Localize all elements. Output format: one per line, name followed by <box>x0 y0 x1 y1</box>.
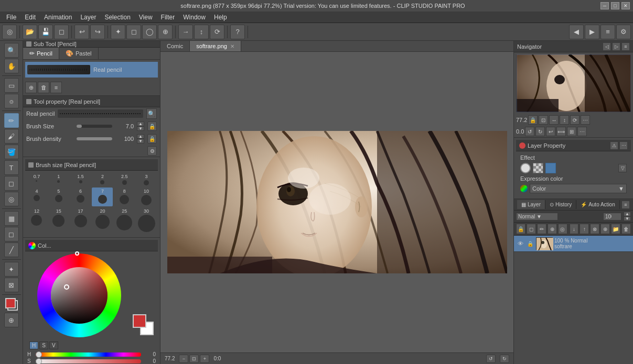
brush-size-0.7[interactable]: 0.7 <box>26 173 47 186</box>
toolbar-sym[interactable]: ◯ <box>142 25 157 39</box>
brush-size-10[interactable]: 10 <box>136 187 157 206</box>
zoom-out-btn[interactable]: − <box>179 355 188 363</box>
brush-size-12[interactable]: 12 <box>26 207 47 233</box>
menu-filter[interactable]: Filter <box>157 13 179 22</box>
brush-item-real-pencil[interactable]: Real pencil <box>25 62 158 78</box>
tool-line[interactable]: ╱ <box>4 242 19 257</box>
tool-lasso[interactable]: ⌾ <box>4 94 19 108</box>
toolbar-next-panel[interactable]: ▶ <box>585 25 599 39</box>
brush-density-up[interactable]: ▲ <box>137 134 144 139</box>
expression-color-dropdown[interactable]: Color ▼ <box>530 184 627 193</box>
sat-slider[interactable] <box>36 359 141 363</box>
layer-lock-all[interactable]: 🔒 <box>516 224 525 234</box>
toolbar-export[interactable]: ◻ <box>54 25 69 39</box>
nav-icon-2[interactable]: ▷ <box>612 42 620 51</box>
menu-animation[interactable]: Animation <box>40 13 76 22</box>
blend-mode-select[interactable]: Normal ▼ <box>516 213 558 220</box>
toolbar-transform[interactable]: ⊕ <box>158 25 173 39</box>
tool-pen[interactable]: ✏ <box>4 113 19 128</box>
tool-selection[interactable]: ▭ <box>4 78 19 93</box>
zoom-in-btn[interactable]: + <box>200 355 209 363</box>
brush-menu-btn[interactable]: ≡ <box>50 82 62 93</box>
toolbar-rotate[interactable]: ⟳ <box>210 25 224 39</box>
nav-zoom-lock[interactable]: 🔒 <box>528 115 538 125</box>
brush-tab-pastel[interactable]: 🎨 Pastel <box>59 48 99 59</box>
opacity-input[interactable] <box>603 213 621 220</box>
brush-size-up[interactable]: ▲ <box>137 122 144 126</box>
layer-lock-brush[interactable]: ✏ <box>537 224 546 234</box>
brush-size-6[interactable]: 6 <box>70 187 91 206</box>
minimize-button[interactable]: ─ <box>600 2 609 9</box>
tool-shape[interactable]: ◻ <box>4 227 19 241</box>
tool-crop[interactable]: ⊠ <box>4 278 19 292</box>
toolbar-snap[interactable]: ✦ <box>111 25 125 39</box>
color-mode-s[interactable]: S <box>39 341 48 349</box>
menu-layer[interactable]: Layer <box>76 13 100 22</box>
toolbar-move[interactable]: → <box>178 25 193 39</box>
nav-more[interactable]: ⋯ <box>581 115 590 125</box>
nav-flip-h[interactable]: ↔ <box>549 115 559 125</box>
layer-tab-layer[interactable]: ▦ Layer <box>517 200 545 209</box>
maximize-button[interactable]: □ <box>611 2 619 9</box>
menu-help[interactable]: Help <box>210 13 231 22</box>
nav-fit[interactable]: ⊡ <box>539 115 548 125</box>
menu-file[interactable]: File <box>2 13 20 22</box>
layer-lock-toggle[interactable]: 🔒 <box>526 239 534 248</box>
canvas-viewport[interactable] <box>160 52 513 352</box>
color-mode-h[interactable]: H <box>29 341 38 349</box>
menu-view[interactable]: View <box>135 13 157 22</box>
layer-tab-auto[interactable]: ⚡ Auto Action <box>576 200 620 209</box>
opacity-down[interactable]: ▼ <box>624 216 631 221</box>
opacity-up[interactable]: ▲ <box>624 212 631 216</box>
brush-size-17[interactable]: 17 <box>70 207 91 233</box>
brush-size-2[interactable]: 2 <box>92 173 113 186</box>
brush-search-btn[interactable]: 🔍 <box>146 108 157 119</box>
lp-icon-1[interactable]: ⚠ <box>610 141 618 150</box>
layer-add[interactable]: ⊕ <box>600 224 610 234</box>
layer-ref[interactable]: ◎ <box>558 224 567 234</box>
brush-density-slider[interactable] <box>77 137 112 140</box>
tool-fill[interactable]: 🪣 <box>4 145 19 159</box>
brush-size-25[interactable]: 25 <box>114 207 135 233</box>
layer-panel-menu[interactable]: ≡ <box>621 201 630 209</box>
layer-tab-history[interactable]: ⊙ History <box>545 200 576 209</box>
color-wheel-wrapper[interactable] <box>37 253 121 337</box>
toolbar-help[interactable]: ? <box>230 25 245 39</box>
canvas-tab-close[interactable]: ✕ <box>230 43 234 49</box>
canvas-rotate-right[interactable]: ↻ <box>500 355 509 363</box>
brush-size-20[interactable]: 20 <box>92 207 113 233</box>
brush-copy-btn[interactable]: ⊕ <box>25 82 37 93</box>
tool-move[interactable]: ✋ <box>4 59 19 73</box>
toolbar-panel-menu[interactable]: ≡ <box>600 25 615 39</box>
brush-size-30[interactable]: 30 <box>136 207 157 233</box>
brush-density-lock[interactable]: 🔒 <box>147 134 157 144</box>
tool-text[interactable]: T <box>4 160 19 175</box>
color-mode-v[interactable]: V <box>49 341 58 349</box>
color-ring[interactable] <box>37 253 121 337</box>
canvas-tab-softrare[interactable]: softrare.png ✕ <box>190 41 241 51</box>
canvas-rotate-left[interactable]: ↺ <box>486 355 496 363</box>
tool-extra[interactable]: ⊕ <box>4 313 19 327</box>
brush-size-slider[interactable] <box>77 125 112 128</box>
brush-size-8[interactable]: 8 <box>114 187 135 206</box>
layer-lock-pos[interactable]: ⊕ <box>548 224 557 234</box>
brush-size-2.5[interactable]: 2.5 <box>114 173 135 186</box>
tool-brush[interactable]: 🖌 <box>4 129 19 144</box>
brush-size-1.5[interactable]: 1.5 <box>70 173 91 186</box>
brush-size-lock[interactable]: 🔒 <box>147 122 157 131</box>
nav-rot-left[interactable]: ↺ <box>525 127 534 136</box>
brush-size-4[interactable]: 4 <box>26 187 47 206</box>
brush-size-down[interactable]: ▼ <box>137 126 144 131</box>
toolbar-redo[interactable]: ↪ <box>90 25 105 39</box>
toolbar-panel-config[interactable]: ⚙ <box>616 25 631 39</box>
effect-normal[interactable] <box>520 163 531 173</box>
tool-zoom[interactable]: 🔍 <box>4 43 19 58</box>
layer-delete[interactable]: 🗑 <box>621 224 631 234</box>
tool-pick-color[interactable]: ✦ <box>4 262 19 277</box>
layer-merge[interactable]: ⊗ <box>590 224 599 234</box>
toolbar-flip[interactable]: ↕ <box>194 25 209 39</box>
menu-selection[interactable]: Selection <box>100 13 134 22</box>
toolbar-undo[interactable]: ↩ <box>74 25 89 39</box>
fg-bg-color-selector[interactable] <box>4 297 19 312</box>
nav-extra[interactable]: ⋯ <box>577 127 587 136</box>
